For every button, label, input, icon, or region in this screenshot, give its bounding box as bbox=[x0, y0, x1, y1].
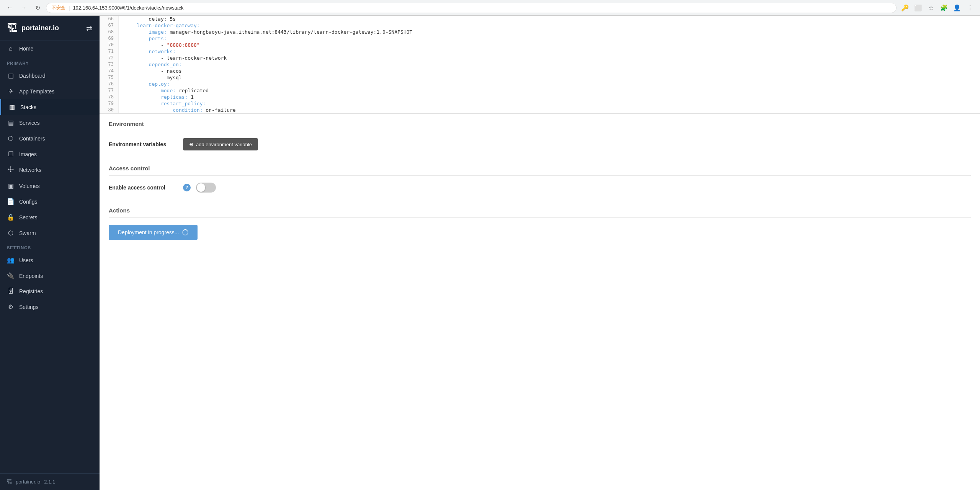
settings-icon: ⚙ bbox=[7, 303, 15, 310]
security-warning: 不安全 bbox=[52, 5, 65, 11]
code-line-73: 73 depends_on: bbox=[100, 61, 980, 68]
sidebar-nav-item-stacks[interactable]: ▦ Stacks bbox=[0, 99, 100, 115]
line-number: 76 bbox=[100, 81, 119, 87]
sidebar-nav-item-volumes[interactable]: ▣ Volumes bbox=[0, 178, 100, 194]
line-content: - learn-docker-network bbox=[119, 55, 980, 61]
sidebar-nav-item-swarm[interactable]: ⬡ Swarm bbox=[0, 225, 100, 241]
code-line-74: 74 - nacos bbox=[100, 68, 980, 74]
actions-section: Actions Deployment in progress... bbox=[100, 200, 980, 252]
sidebar-nav-item-containers[interactable]: ⬡ Containers bbox=[0, 131, 100, 146]
users-icon: 👥 bbox=[7, 256, 15, 264]
forward-button[interactable]: → bbox=[18, 2, 29, 13]
sidebar-nav-item-images[interactable]: ❐ Images bbox=[0, 146, 100, 162]
env-vars-row: Environment variables ⊕ add environment … bbox=[109, 138, 971, 150]
access-control-title: Access control bbox=[109, 158, 971, 176]
sidebar-item-label: App Templates bbox=[19, 88, 54, 95]
reload-button[interactable]: ↻ bbox=[32, 2, 43, 13]
extensions-btn[interactable]: 🧩 bbox=[939, 2, 949, 13]
sidebar-item-label: Dashboard bbox=[19, 73, 46, 79]
line-content: networks: bbox=[119, 48, 980, 55]
line-content: ports: bbox=[119, 35, 980, 42]
add-env-var-label: add environment variable bbox=[196, 142, 252, 147]
sidebar-item-label: Networks bbox=[19, 167, 41, 173]
enable-access-control-row: Enable access control ? bbox=[109, 183, 971, 193]
footer-logo-icon: 🏗 bbox=[7, 479, 12, 485]
sidebar-nav-item-endpoints[interactable]: 🔌 Endpoints bbox=[0, 268, 100, 284]
add-env-var-button[interactable]: ⊕ add environment variable bbox=[183, 138, 258, 150]
sidebar: 🏗 portainer.io ⇄ ⌂ Home PRIMARY ◫ Dashbo… bbox=[0, 16, 100, 490]
home-icon: ⌂ bbox=[7, 45, 15, 52]
deploy-button[interactable]: Deployment in progress... bbox=[109, 225, 198, 240]
sidebar-item-label: Images bbox=[19, 151, 37, 157]
code-line-70: 70 - "8888:8888" bbox=[100, 42, 980, 48]
sidebar-item-label: Services bbox=[19, 120, 40, 126]
env-vars-label: Environment variables bbox=[109, 141, 178, 147]
volumes-icon: ▣ bbox=[7, 182, 15, 189]
sidebar-item-label: Stacks bbox=[20, 104, 36, 110]
images-icon: ❐ bbox=[7, 150, 15, 158]
sidebar-nav-item-app-templates[interactable]: ✈ App Templates bbox=[0, 83, 100, 99]
code-line-77: 77 mode: replicated bbox=[100, 87, 980, 94]
profile-btn[interactable]: 👤 bbox=[952, 2, 962, 13]
line-content: depends_on: bbox=[119, 61, 980, 68]
back-button[interactable]: ← bbox=[5, 2, 15, 13]
environment-section-title: Environment bbox=[109, 114, 971, 131]
line-number: 66 bbox=[100, 16, 119, 22]
bookmark-btn[interactable]: ☆ bbox=[926, 2, 936, 13]
sidebar-nav-item-secrets[interactable]: 🔒 Secrets bbox=[0, 209, 100, 225]
sidebar-nav-item-home[interactable]: ⌂ Home bbox=[0, 41, 100, 56]
dashboard-icon: ◫ bbox=[7, 72, 15, 79]
environment-section: Environment Environment variables ⊕ add … bbox=[100, 114, 980, 158]
line-number: 75 bbox=[100, 74, 119, 81]
code-line-80: 80 condition: on-failure bbox=[100, 107, 980, 113]
line-number: 68 bbox=[100, 29, 119, 35]
help-icon[interactable]: ? bbox=[183, 184, 191, 191]
line-content: - "8888:8888" bbox=[119, 42, 980, 48]
deploy-spinner bbox=[182, 229, 188, 235]
access-control-toggle[interactable] bbox=[196, 183, 216, 193]
sidebar-logo: 🏗 portainer.io ⇄ bbox=[0, 16, 100, 41]
primary-section-header: PRIMARY bbox=[0, 56, 100, 68]
password-manager-btn[interactable]: 🔑 bbox=[900, 2, 910, 13]
sidebar-footer: 🏗 portainer.io 2.1.1 bbox=[0, 473, 100, 490]
code-editor[interactable]: 66 delay: 5s 67 learn-docker-gateway: 68… bbox=[100, 16, 980, 114]
line-number: 67 bbox=[100, 22, 119, 29]
deploy-label: Deployment in progress... bbox=[118, 229, 179, 235]
url-display: 192.168.64.153:9000/#!/1/docker/stacks/n… bbox=[73, 5, 891, 11]
enable-access-control-label: Enable access control bbox=[109, 185, 178, 191]
line-content: image: manager-hongbaoyu-java.itheima.ne… bbox=[119, 29, 980, 35]
menu-btn[interactable]: ⋮ bbox=[965, 2, 975, 13]
line-number: 69 bbox=[100, 35, 119, 42]
swarm-icon: ⬡ bbox=[7, 229, 15, 237]
line-content: learn-docker-gateway: bbox=[119, 22, 980, 29]
sidebar-nav-item-configs[interactable]: 📄 Configs bbox=[0, 194, 100, 209]
sidebar-nav-item-registries[interactable]: 🗄 Registries bbox=[0, 284, 100, 299]
secrets-icon: 🔒 bbox=[7, 214, 15, 221]
stacks-icon: ▦ bbox=[8, 103, 16, 111]
code-line-71: 71 networks: bbox=[100, 48, 980, 55]
code-line-68: 68 image: manager-hongbaoyu-java.itheima… bbox=[100, 29, 980, 35]
sidebar-nav-item-users[interactable]: 👥 Users bbox=[0, 252, 100, 268]
line-content: restart_policy: bbox=[119, 100, 980, 107]
sidebar-nav-item-dashboard[interactable]: ◫ Dashboard bbox=[0, 68, 100, 83]
sidebar-item-label: Configs bbox=[19, 199, 37, 205]
sidebar-toggle[interactable]: ⇄ bbox=[86, 24, 93, 33]
portainer-logo-text: portainer.io bbox=[21, 24, 59, 32]
code-line-66: 66 delay: 5s bbox=[100, 16, 980, 22]
address-bar: 不安全 | 192.168.64.153:9000/#!/1/docker/st… bbox=[46, 3, 897, 13]
line-number: 73 bbox=[100, 61, 119, 68]
sidebar-item-label: Registries bbox=[19, 288, 43, 294]
translate-btn[interactable]: ⬜ bbox=[913, 2, 923, 13]
code-line-67: 67 learn-docker-gateway: bbox=[100, 22, 980, 29]
sidebar-nav-item-networks[interactable]: Networks bbox=[0, 162, 100, 178]
line-number: 74 bbox=[100, 68, 119, 74]
code-line-76: 76 deploy: bbox=[100, 81, 980, 87]
code-lines: 66 delay: 5s 67 learn-docker-gateway: 68… bbox=[100, 16, 980, 113]
line-number: 77 bbox=[100, 87, 119, 94]
line-number: 79 bbox=[100, 100, 119, 107]
line-number: 78 bbox=[100, 94, 119, 100]
sidebar-nav-item-settings[interactable]: ⚙ Settings bbox=[0, 299, 100, 315]
actions-title: Actions bbox=[109, 200, 971, 218]
sidebar-item-label: Secrets bbox=[19, 214, 37, 220]
sidebar-nav-item-services[interactable]: ▤ Services bbox=[0, 115, 100, 131]
